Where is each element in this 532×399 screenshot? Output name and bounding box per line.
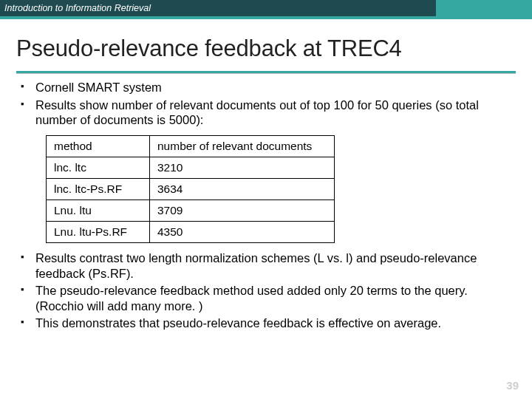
results-table-wrap: method number of relevant documents lnc.… — [46, 135, 516, 243]
table-row: Lnu. ltu-Ps.RF 4350 — [47, 221, 335, 242]
title-wrap: Pseudo-relevance feedback at TREC4 — [0, 16, 532, 68]
accent-strip — [0, 16, 532, 19]
bullet-item: Results contrast two length normalizatio… — [16, 250, 516, 281]
bullet-item: The pseudo-relevance feedback method use… — [16, 283, 516, 313]
bullets-top: Cornell SMART system Results show number… — [16, 80, 516, 128]
table-cell: 3210 — [150, 157, 335, 178]
table-cell: Lnu. ltu — [47, 200, 150, 221]
table-header-cell: method — [47, 135, 150, 157]
course-title: Introduction to Information Retrieval — [4, 3, 151, 13]
bullet-item: Results show number of relevant document… — [16, 98, 516, 128]
table-cell: 3634 — [150, 178, 335, 200]
table-cell: Lnu. ltu-Ps.RF — [47, 221, 150, 242]
table-cell: lnc. ltc — [47, 157, 150, 178]
bullet-item: Cornell SMART system — [16, 80, 516, 95]
table-cell: 4350 — [150, 221, 335, 242]
page-number: 39 — [506, 379, 519, 392]
slide-title: Pseudo-relevance feedback at TREC4 — [16, 35, 516, 62]
slide-body: Cornell SMART system Results show number… — [0, 74, 532, 331]
slide: Introduction to Information Retrieval Ps… — [0, 0, 532, 399]
table-header-row: method number of relevant documents — [47, 135, 335, 157]
results-table: method number of relevant documents lnc.… — [46, 135, 335, 243]
table-header-cell: number of relevant documents — [150, 135, 335, 157]
table-row: Lnu. ltu 3709 — [47, 200, 335, 221]
table-row: lnc. ltc 3210 — [47, 157, 335, 178]
table-row: lnc. ltc-Ps.RF 3634 — [47, 178, 335, 200]
bullet-item: This demonstrates that pseudo-relevance … — [16, 316, 516, 331]
table-cell: lnc. ltc-Ps.RF — [47, 178, 150, 200]
bullets-bottom: Results contrast two length normalizatio… — [16, 250, 516, 331]
table-cell: 3709 — [150, 200, 335, 221]
